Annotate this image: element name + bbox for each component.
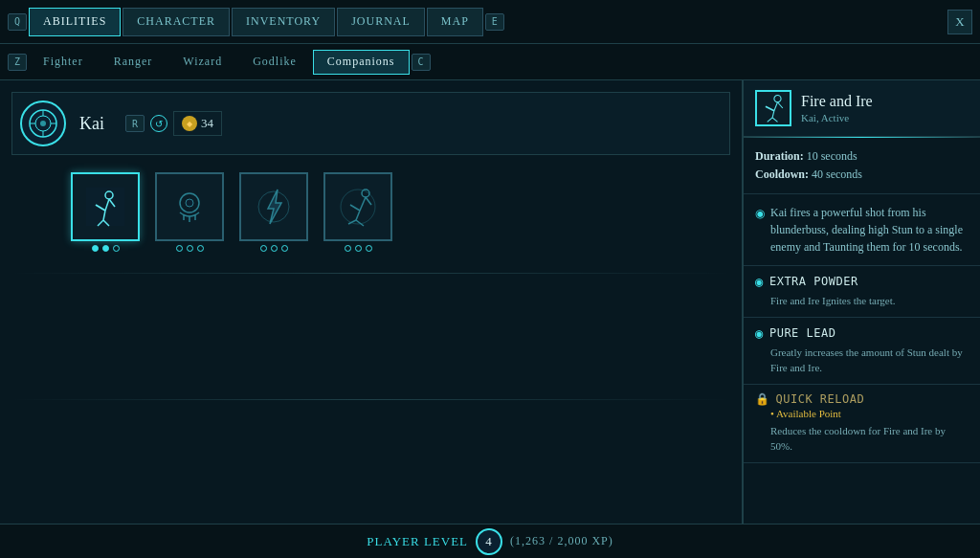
dot	[197, 245, 204, 252]
svg-point-23	[774, 96, 781, 102]
tab-abilities[interactable]: ABILITIES	[29, 8, 121, 36]
dot	[260, 245, 267, 252]
dot	[366, 245, 372, 252]
currency-amount: 34	[201, 116, 213, 131]
description-bullet: ◉ Kai fires a powerful shot from his blu…	[755, 204, 969, 256]
upgrade-pure-lead[interactable]: ◉ PURE LEAD Greatly increases the amount…	[744, 318, 980, 385]
upgrade-title-pure-lead: ◉ PURE LEAD	[755, 325, 969, 341]
dot	[345, 245, 351, 252]
ability-icon-1[interactable]	[71, 172, 140, 241]
bottom-bar: PLAYER LEVEL 4 (1,263 / 2,000 XP)	[0, 524, 980, 558]
left-panel: Kai R ↺ ◆ 34	[0, 80, 743, 524]
map-hotkey: E	[485, 13, 504, 31]
dot	[102, 245, 109, 252]
companion-name: Kai	[79, 114, 104, 134]
player-level-label: PLAYER LEVEL	[367, 534, 468, 549]
subtab-wizard[interactable]: Wizard	[168, 50, 236, 75]
dot	[187, 245, 193, 252]
abilities-hotkey: Q	[8, 13, 27, 31]
available-point-label: • Available Point	[755, 408, 969, 419]
ability-dots-1	[92, 245, 120, 252]
xp-display: (1,263 / 2,000 XP)	[510, 534, 613, 548]
svg-point-16	[186, 199, 193, 207]
svg-point-22	[341, 190, 375, 224]
dot	[176, 245, 183, 252]
upgrade-quick-reload[interactable]: 🔒 QUICK RELOAD • Available Point Reduces…	[744, 385, 980, 463]
dot	[271, 245, 278, 252]
ability-subtitle: Kai, Active	[801, 112, 873, 123]
dot	[113, 245, 120, 252]
cooldown-line: Cooldown: 40 seconds	[755, 166, 969, 184]
ability-dots-4	[345, 245, 372, 252]
upgrade-bullet-icon: ◉	[755, 325, 764, 341]
ability-icon-2[interactable]	[155, 172, 224, 241]
bullet-icon: ◉	[755, 205, 765, 256]
upgrade-extra-powder[interactable]: ◉ EXTRA POWDER Fire and Ire Ignites the …	[744, 266, 980, 318]
ability-detail-header: Fire and Ire Kai, Active	[744, 80, 980, 137]
upgrade-title-quick-reload: 🔒 QUICK RELOAD	[755, 392, 969, 406]
main-layout: Kai R ↺ ◆ 34	[0, 80, 980, 524]
svg-line-29	[777, 102, 782, 108]
divider-1	[11, 273, 730, 274]
svg-line-28	[772, 118, 777, 122]
ability-icon-4[interactable]	[323, 172, 392, 241]
refresh-button[interactable]: ↺	[150, 115, 167, 132]
ability-slot-2	[155, 172, 224, 252]
ability-description: ◉ Kai fires a powerful shot from his blu…	[744, 194, 980, 266]
currency-hotkey-r: R	[125, 115, 145, 132]
gold-icon: ◆	[182, 116, 197, 131]
ability-detail-text: Fire and Ire Kai, Active	[801, 93, 873, 123]
sub-hotkey-c: C	[412, 54, 431, 71]
close-button[interactable]: X	[947, 10, 972, 34]
svg-line-26	[772, 111, 774, 118]
tab-inventory[interactable]: INVENTORY	[232, 8, 335, 36]
upgrade-desc-pure-lead: Greatly increases the amount of Stun dea…	[755, 345, 969, 376]
ability-icon-3[interactable]	[239, 172, 308, 241]
dot	[355, 245, 362, 252]
svg-point-2	[40, 121, 46, 126]
svg-line-27	[768, 118, 772, 122]
svg-line-25	[766, 106, 774, 110]
ability-slot-1	[71, 172, 140, 252]
dot	[92, 245, 99, 252]
tab-map[interactable]: MAP	[427, 8, 483, 36]
upgrade-label: PURE LEAD	[769, 326, 836, 340]
divider-2	[11, 399, 730, 400]
subtab-fighter[interactable]: Fighter	[29, 50, 98, 75]
upgrade-desc-quick-reload: Reduces the cooldown for Fire and Ire by…	[755, 423, 969, 455]
upgrade-label: QUICK RELOAD	[776, 392, 865, 406]
ability-slot-3	[239, 172, 308, 252]
companion-row: Kai R ↺ ◆ 34	[11, 92, 730, 155]
subtab-ranger[interactable]: Ranger	[100, 50, 167, 75]
dot	[281, 245, 288, 252]
abilities-row	[71, 165, 730, 259]
companion-portrait-icon	[20, 100, 66, 146]
svg-line-24	[774, 102, 778, 111]
tab-journal[interactable]: JOURNAL	[337, 8, 425, 36]
right-panel: Fire and Ire Kai, Active Duration: 10 se…	[743, 80, 980, 524]
subtab-companions[interactable]: Companions	[313, 50, 410, 75]
ability-slot-4	[323, 172, 392, 252]
upgrade-title-extra-powder: ◉ EXTRA POWDER	[755, 274, 969, 289]
sub-nav: Z Fighter Ranger Wizard Godlike Companio…	[0, 44, 980, 80]
player-level-badge: 4	[476, 528, 502, 555]
ability-dots-3	[260, 245, 288, 252]
ability-dots-2	[176, 245, 204, 252]
upgrade-bullet-icon: ◉	[755, 274, 764, 289]
ability-stats: Duration: 10 seconds Cooldown: 40 second…	[744, 138, 980, 194]
upgrade-desc-extra-powder: Fire and Ire Ignites the target.	[755, 293, 969, 309]
sub-hotkey-z: Z	[8, 54, 27, 71]
upgrade-label: EXTRA POWDER	[769, 275, 858, 288]
currency-display: ◆ 34	[173, 111, 222, 136]
duration-line: Duration: 10 seconds	[755, 147, 969, 166]
description-text: Kai fires a powerful shot from his blund…	[770, 204, 969, 256]
subtab-godlike[interactable]: Godlike	[238, 50, 311, 75]
ability-detail-icon	[755, 90, 791, 126]
tab-character[interactable]: CHARACTER	[122, 8, 230, 36]
top-nav: Q ABILITIES CHARACTER INVENTORY JOURNAL …	[0, 0, 980, 44]
ability-title: Fire and Ire	[801, 93, 873, 110]
lock-icon: 🔒	[755, 392, 770, 406]
